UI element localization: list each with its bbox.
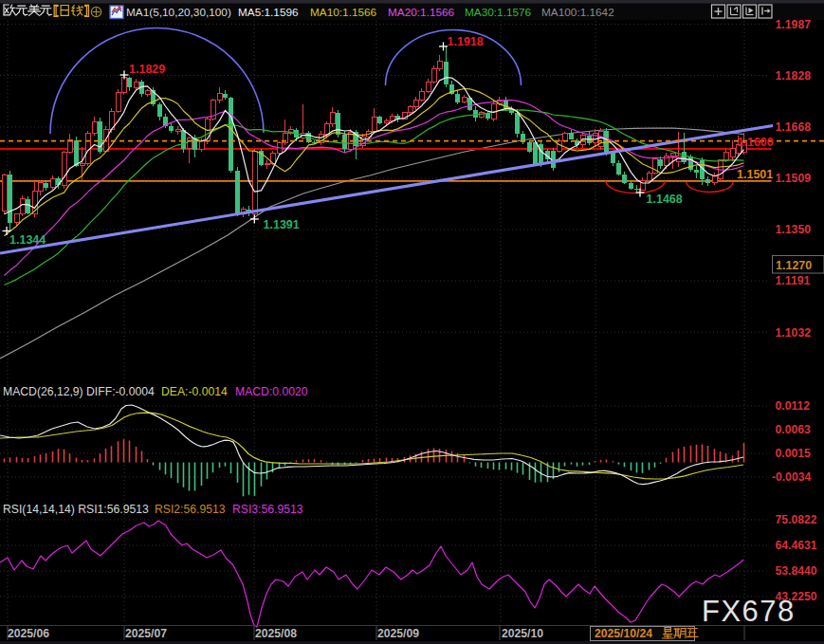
svg-text:RSI(14,14,14) RSI1:56.9513: RSI(14,14,14) RSI1:56.9513 [3, 503, 149, 516]
svg-text:1.1501: 1.1501 [737, 168, 773, 181]
svg-text:MACD(26,12,9) DIFF:-0.0004: MACD(26,12,9) DIFF:-0.0004 [3, 385, 155, 398]
svg-text:1.1344: 1.1344 [9, 233, 46, 247]
svg-text:2025/09: 2025/09 [377, 627, 419, 640]
svg-text:MA30:1.1576: MA30:1.1576 [465, 6, 532, 19]
svg-text:1.1350: 1.1350 [776, 223, 812, 236]
svg-text:1.1270: 1.1270 [776, 259, 812, 272]
svg-text:MA100:1.1642: MA100:1.1642 [541, 6, 614, 19]
svg-text:0.0063: 0.0063 [776, 423, 811, 436]
svg-text:1.1918: 1.1918 [448, 35, 484, 48]
svg-text:2025/10/24: 2025/10/24 [595, 627, 652, 640]
svg-text:FX678: FX678 [702, 595, 796, 628]
svg-text:DEA:-0.0014: DEA:-0.0014 [161, 385, 228, 398]
svg-text:1.1509: 1.1509 [776, 172, 812, 185]
svg-text:RSI3:56.9513: RSI3:56.9513 [232, 503, 303, 516]
svg-text:64.4631: 64.4631 [776, 539, 817, 552]
svg-text:1.1191: 1.1191 [776, 274, 811, 287]
svg-text:0.0015: 0.0015 [776, 447, 811, 460]
svg-text:2025/10: 2025/10 [502, 627, 543, 640]
svg-text:53.8440: 53.8440 [776, 564, 817, 578]
svg-text:MA1(5,10,20,30,100): MA1(5,10,20,30,100) [126, 6, 231, 19]
svg-text:2025/06: 2025/06 [8, 627, 49, 640]
svg-text:MA5:1.1596: MA5:1.1596 [238, 6, 299, 19]
svg-text:1.1032: 1.1032 [776, 326, 812, 340]
svg-text:MA20:1.1566: MA20:1.1566 [388, 6, 455, 19]
svg-text:MA10:1.1566: MA10:1.1566 [310, 6, 377, 19]
svg-text:0.0112: 0.0112 [776, 399, 811, 413]
svg-text:2025/07: 2025/07 [125, 627, 167, 640]
svg-text:1.1829: 1.1829 [129, 63, 165, 76]
svg-text:2025/08: 2025/08 [255, 627, 297, 640]
svg-text:1.1391: 1.1391 [264, 218, 300, 231]
svg-text:1.1468: 1.1468 [647, 193, 683, 206]
svg-text:RSI2:56.9513: RSI2:56.9513 [155, 503, 226, 516]
svg-text:1.1668: 1.1668 [776, 120, 812, 134]
svg-text:-0.0034: -0.0034 [772, 470, 812, 484]
svg-text:1.1828: 1.1828 [776, 69, 812, 83]
svg-text:75.0822: 75.0822 [776, 513, 817, 526]
svg-text:1.1600: 1.1600 [738, 136, 774, 149]
svg-text:MACD:0.0020: MACD:0.0020 [235, 385, 308, 398]
